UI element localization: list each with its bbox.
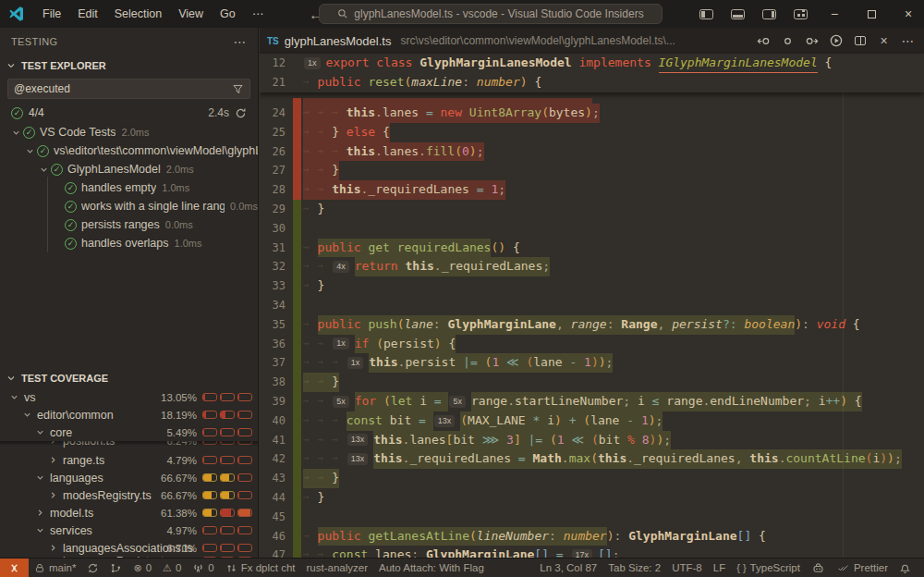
status-braces[interactable]: { }TypeScript <box>731 559 806 577</box>
status-error[interactable]: ⊗0 <box>128 559 157 577</box>
toggle-secondary-sidebar-button[interactable] <box>756 2 782 26</box>
status-tab-size-2[interactable]: Tab Size: 2 <box>602 559 666 577</box>
status-lf[interactable]: LF <box>708 559 731 577</box>
code-line[interactable]: 37→→→1xthis.persist |= (1 ≪ (lane - 1)); <box>260 353 911 373</box>
menu-selection[interactable]: Selection <box>106 4 170 24</box>
code-line[interactable]: 28→→this._requiredLanes = 1; <box>260 180 911 200</box>
test-tree-item[interactable]: ✓works with a single line range0.0ms <box>0 197 258 215</box>
toggle-primary-sidebar-button[interactable] <box>693 2 719 26</box>
code-line[interactable]: 24→→→this.lanes = new Uint8Array(bytes); <box>260 104 911 123</box>
menu-more[interactable]: ⋯ <box>244 4 273 24</box>
more-actions-button[interactable]: ⋯ <box>899 31 917 50</box>
menu-view[interactable]: View <box>170 4 212 24</box>
status-utf-8[interactable]: UTF-8 <box>666 559 708 577</box>
split-editor-button[interactable] <box>851 31 869 50</box>
code-area[interactable]: →→ 24→→→this.lanes = new Uint8Array(byte… <box>260 98 911 558</box>
coverage-row[interactable]: position.ts6.24% <box>0 441 258 451</box>
editor-body[interactable]: →→ 24→→→this.lanes = new Uint8Array(byte… <box>260 54 924 558</box>
editor-tab-filename[interactable]: glyphLanesModel.ts <box>285 34 392 48</box>
code-line[interactable]: 40→→→const bit = 13x(MAX_LANE * i) + (la… <box>260 411 911 431</box>
code-line[interactable]: 36→→1xif (persist) { <box>260 335 911 354</box>
test-tree-item[interactable]: ✓vs\editor\test\common\viewModel\glyphLa… <box>0 141 258 160</box>
filter-icon[interactable] <box>232 83 244 95</box>
test-tree-item[interactable]: ✓persists ranges0.0ms <box>0 215 258 234</box>
menu-go[interactable]: Go <box>212 4 244 24</box>
menu-edit[interactable]: Edit <box>69 4 106 24</box>
test-filter-input[interactable] <box>14 82 232 95</box>
coverage-row[interactable]: modesRegistry.ts66.67% <box>0 486 258 504</box>
test-tree-item[interactable]: ✓handles overlaps1.0ms <box>0 234 258 252</box>
code-line[interactable]: 44→} <box>260 488 911 508</box>
test-tree-item[interactable]: ✓handles empty1.0ms <box>0 178 258 197</box>
code-line[interactable]: 121xexport class GlyphMarginLanesModel i… <box>260 54 924 73</box>
code-line[interactable]: 30 <box>260 219 911 239</box>
next-change-button[interactable] <box>803 31 821 50</box>
code-line[interactable]: 41→→→13xthis.lanes[bit ⋙ 3] |= (1 ≪ (bit… <box>260 431 911 450</box>
status-repo[interactable]: main* <box>29 559 81 577</box>
status-copilot[interactable] <box>806 559 831 577</box>
code-line[interactable]: 31→public get requiredLanes() { <box>260 239 911 258</box>
code-line[interactable]: 27→→} <box>260 161 911 180</box>
coverage-row[interactable]: editor\common18.19% <box>0 406 258 424</box>
coverage-row[interactable]: model.ts61.38% <box>0 504 258 522</box>
code-token: persist <box>405 353 463 373</box>
status-sync[interactable] <box>81 559 104 577</box>
panel-more-actions-button[interactable]: ⋯ <box>234 34 247 49</box>
test-coverage-section-header[interactable]: TEST COVERAGE <box>0 368 258 388</box>
status-graph[interactable] <box>104 559 128 577</box>
code-line[interactable]: 29→} <box>260 200 911 219</box>
code-line[interactable]: 45 <box>260 508 911 527</box>
code-line[interactable]: 35→public push(lane: GlyphMarginLane, ra… <box>260 315 911 335</box>
code-line[interactable]: 47→→const lanes: GlyphMarginLane[] = 17x… <box>260 546 911 558</box>
test-explorer-section-header[interactable]: TEST EXPLORER <box>0 55 258 76</box>
coverage-row[interactable]: services4.97% <box>0 522 258 539</box>
code-line[interactable]: 39→→5xfor (let i = 5xrange.startLineNumb… <box>260 392 911 411</box>
status-warning[interactable]: ⚠0 <box>157 559 187 577</box>
code-token: startLineNumber <box>515 392 623 411</box>
test-pass-icon: ✓ <box>65 201 77 213</box>
coverage-row[interactable]: core5.49% <box>0 424 258 441</box>
code-line[interactable]: 43→→} <box>260 469 911 488</box>
coverage-bar-icon <box>202 473 217 482</box>
test-tree-item[interactable]: ✓GlyphLanesModel2.0ms <box>0 160 258 178</box>
command-center[interactable]: glyphLanesModel.ts - vscode - Visual Stu… <box>319 4 663 24</box>
test-filter-box[interactable] <box>7 79 250 99</box>
coverage-row[interactable]: vs13.05% <box>0 388 258 406</box>
close-window-button[interactable]: × <box>893 0 924 28</box>
run-with-coverage-button[interactable] <box>827 31 845 50</box>
code-line[interactable]: 33→} <box>260 276 911 296</box>
code-token: const <box>346 411 390 431</box>
status-dblcheck[interactable]: Prettier <box>831 559 894 577</box>
customize-layout-button[interactable] <box>787 2 813 26</box>
test-tree-item[interactable]: ✓VS Code Tests2.0ms <box>0 123 258 141</box>
minimize-button[interactable]: − <box>819 0 850 28</box>
maximize-button[interactable] <box>856 0 887 28</box>
toggle-panel-button[interactable] <box>724 2 750 26</box>
coverage-bar-icon <box>220 491 235 499</box>
close-editor-button[interactable]: × <box>875 31 893 50</box>
code-line[interactable]: 46→public getLanesAtLine(lineNumber: num… <box>260 527 911 546</box>
status-rust-analyzer[interactable]: rust-analyzer <box>301 559 373 577</box>
current-change-button[interactable] <box>779 31 796 50</box>
coverage-row[interactable]: languages66.67% <box>0 469 258 486</box>
status-ln-3-col-87[interactable]: Ln 3, Col 87 <box>534 559 602 577</box>
coverage-row[interactable]: range.ts4.79% <box>0 451 258 469</box>
code-line[interactable]: 32→→4xreturn this._requiredLanes; <box>260 257 911 276</box>
coverage-row[interactable]: languagesAssociations.ts6.70% <box>0 539 258 557</box>
code-line[interactable]: 38→→} <box>260 373 911 392</box>
status-remote[interactable] <box>0 559 29 577</box>
code-line[interactable]: 34 <box>260 296 911 315</box>
code-line[interactable]: 25→→} else { <box>260 123 911 142</box>
code-line[interactable]: 42→→→13xthis._requiredLanes = Math.max(t… <box>260 449 911 469</box>
code-token: GlyphMarginLane <box>448 315 556 335</box>
refresh-tests-icon[interactable] <box>235 107 247 119</box>
status-auto-attach-with-flag[interactable]: Auto Attach: With Flag <box>373 559 490 577</box>
status-updown[interactable]: Fx dplct cht <box>220 559 301 577</box>
code-line[interactable]: 26→→→this.lanes.fill(0); <box>260 142 911 162</box>
status-antenna[interactable]: 0 <box>187 559 219 577</box>
code-line[interactable]: 21→public reset(maxLine: number) { <box>260 73 924 92</box>
menu-file[interactable]: File <box>34 4 69 24</box>
sticky-scroll[interactable]: 121xexport class GlyphMarginLanesModel i… <box>260 54 924 92</box>
previous-change-button[interactable] <box>755 31 772 50</box>
status-bell[interactable] <box>894 559 917 577</box>
